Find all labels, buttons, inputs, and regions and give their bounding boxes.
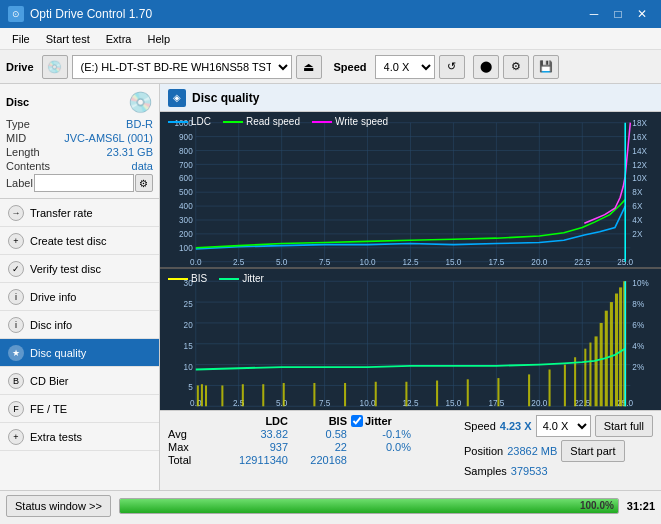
svg-text:20.0: 20.0 — [531, 398, 547, 409]
menu-start-test[interactable]: Start test — [38, 31, 98, 47]
svg-text:6X: 6X — [632, 201, 642, 211]
svg-text:20.0: 20.0 — [531, 257, 547, 267]
stats-bar: LDC BIS Jitter Avg 33.82 0.58 -0.1% — [160, 410, 661, 490]
title-bar-controls: ─ □ ✕ — [583, 5, 653, 23]
legend-bis-color — [168, 278, 188, 280]
nav-label-verify: Verify test disc — [30, 263, 101, 275]
svg-rect-100 — [262, 384, 264, 406]
start-full-button[interactable]: Start full — [595, 415, 653, 437]
settings-button[interactable]: ⚙ — [503, 55, 529, 79]
nav-verify-test[interactable]: ✓ Verify test disc — [0, 255, 159, 283]
svg-text:15: 15 — [184, 340, 193, 351]
eject-button[interactable]: ⏏ — [296, 55, 322, 79]
nav-icon-quality: ★ — [8, 345, 24, 361]
nav-items: → Transfer rate + Create test disc ✓ Ver… — [0, 199, 159, 490]
svg-rect-118 — [610, 302, 613, 406]
svg-text:4%: 4% — [632, 340, 644, 351]
svg-rect-110 — [549, 370, 551, 407]
start-part-button[interactable]: Start part — [561, 440, 624, 462]
close-button[interactable]: ✕ — [631, 5, 653, 23]
disc-contents-row: Contents data — [6, 160, 153, 172]
nav-label-drive: Drive info — [30, 291, 76, 303]
jitter-label: Jitter — [365, 415, 392, 427]
sidebar: Disc 💿 Type BD-R MID JVC-AMS6L (001) Len… — [0, 84, 160, 490]
avg-ldc: 33.82 — [218, 428, 288, 440]
chart-header: ◈ Disc quality — [160, 84, 661, 112]
svg-rect-115 — [595, 336, 598, 406]
legend-ldc-color — [168, 121, 188, 123]
disc-label-input[interactable] — [34, 174, 134, 192]
svg-text:17.5: 17.5 — [488, 398, 504, 409]
disc-type-row: Type BD-R — [6, 118, 153, 130]
total-label: Total — [168, 454, 214, 466]
nav-icon-fete: F — [8, 401, 24, 417]
title-bar-left: ⊙ Opti Drive Control 1.70 — [8, 6, 152, 22]
svg-text:5: 5 — [188, 382, 193, 393]
nav-cd-bier[interactable]: B CD Bier — [0, 367, 159, 395]
avg-jitter: -0.1% — [351, 428, 411, 440]
avg-label: Avg — [168, 428, 214, 440]
app-title: Opti Drive Control 1.70 — [30, 7, 152, 21]
svg-text:300: 300 — [179, 215, 193, 225]
menu-bar: File Start test Extra Help — [0, 28, 661, 50]
disc-length-value: 23.31 GB — [107, 146, 153, 158]
svg-rect-119 — [615, 294, 618, 407]
menu-extra[interactable]: Extra — [98, 31, 140, 47]
svg-text:2%: 2% — [632, 361, 644, 372]
status-window-button[interactable]: Status window >> — [6, 495, 111, 517]
disc-type-value: BD-R — [126, 118, 153, 130]
disc-label-icon[interactable]: ⚙ — [135, 174, 153, 192]
nav-transfer-rate[interactable]: → Transfer rate — [0, 199, 159, 227]
menu-file[interactable]: File — [4, 31, 38, 47]
nav-fe-te[interactable]: F FE / TE — [0, 395, 159, 423]
nav-extra-tests[interactable]: + Extra tests — [0, 423, 159, 451]
disc-contents-label: Contents — [6, 160, 50, 172]
svg-text:12.5: 12.5 — [403, 257, 419, 267]
lower-legend: BIS Jitter — [168, 273, 264, 284]
nav-drive-info[interactable]: i Drive info — [0, 283, 159, 311]
legend-readspeed-color — [223, 121, 243, 123]
legend-ldc-label: LDC — [191, 116, 211, 127]
legend-writespeed-label: Write speed — [335, 116, 388, 127]
max-bis: 22 — [292, 441, 347, 453]
nav-create-test[interactable]: + Create test disc — [0, 227, 159, 255]
minimize-button[interactable]: ─ — [583, 5, 605, 23]
nav-disc-info[interactable]: i Disc info — [0, 311, 159, 339]
max-jitter: 0.0% — [351, 441, 411, 453]
svg-rect-102 — [313, 383, 315, 406]
record-button[interactable]: ⬤ — [473, 55, 499, 79]
svg-text:15.0: 15.0 — [445, 257, 461, 267]
legend-bis-label: BIS — [191, 273, 207, 284]
drive-icon-btn[interactable]: 💿 — [42, 55, 68, 79]
svg-text:8%: 8% — [632, 298, 644, 309]
speed-selector2[interactable]: 4.0 X — [536, 415, 591, 437]
title-bar: ⊙ Opti Drive Control 1.70 ─ □ ✕ — [0, 0, 661, 28]
total-ldc: 12911340 — [218, 454, 288, 466]
lower-chart: BIS Jitter — [160, 269, 661, 410]
svg-text:2.5: 2.5 — [233, 257, 245, 267]
chart-header-icon: ◈ — [168, 89, 186, 107]
legend-jitter-color — [219, 278, 239, 280]
svg-rect-101 — [283, 383, 285, 406]
disc-length-row: Length 23.31 GB — [6, 146, 153, 158]
refresh-button[interactable]: ↺ — [439, 55, 465, 79]
save-button[interactable]: 💾 — [533, 55, 559, 79]
legend-jitter-label: Jitter — [242, 273, 264, 284]
menu-help[interactable]: Help — [139, 31, 178, 47]
speed-label: Speed — [334, 61, 367, 73]
disc-length-label: Length — [6, 146, 40, 158]
svg-rect-106 — [436, 381, 438, 407]
svg-text:600: 600 — [179, 173, 193, 183]
svg-text:18X: 18X — [632, 118, 647, 128]
max-label: Max — [168, 441, 214, 453]
svg-rect-107 — [467, 379, 469, 406]
drive-selector[interactable]: (E:) HL-DT-ST BD-RE WH16NS58 TST4 — [72, 55, 292, 79]
maximize-button[interactable]: □ — [607, 5, 629, 23]
max-ldc: 937 — [218, 441, 288, 453]
speed-selector[interactable]: 4.0 X — [375, 55, 435, 79]
legend-bis: BIS — [168, 273, 207, 284]
svg-text:200: 200 — [179, 229, 193, 239]
speed-label: Speed — [464, 420, 496, 432]
jitter-checkbox[interactable] — [351, 415, 363, 427]
nav-disc-quality[interactable]: ★ Disc quality — [0, 339, 159, 367]
